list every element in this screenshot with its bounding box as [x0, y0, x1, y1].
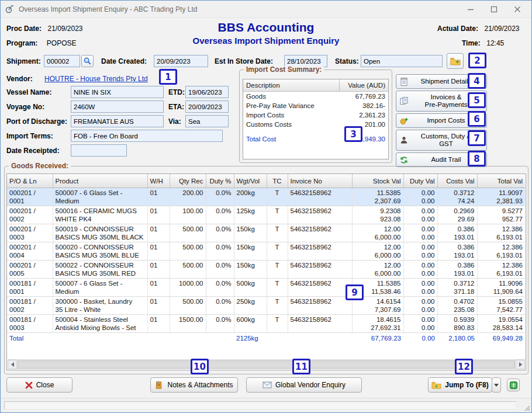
window-controls: [459, 1, 529, 18]
callout-9: 9: [346, 284, 364, 300]
actual-date: Actual Date: 21/09/2023: [437, 23, 520, 33]
shipment-field[interactable]: 000002: [44, 55, 80, 67]
browse-shipments-button[interactable]: [447, 53, 464, 69]
scroll-thumb[interactable]: [18, 360, 515, 369]
status-panel: [4, 401, 516, 409]
import-terms-field[interactable]: FOB - Free On Board: [71, 130, 223, 142]
voyage-no-field[interactable]: 2460W: [71, 100, 164, 113]
vessel-name-field[interactable]: NINE IN SIX: [71, 86, 164, 98]
cell-tc-flag: T: [267, 206, 288, 224]
resize-grip[interactable]: [523, 404, 530, 411]
empty-cell: [170, 333, 206, 344]
goods-total-row: Total 2125kg 67,769.23 0.00 2,180.05 69,…: [7, 333, 525, 344]
global-vendor-enquiry-button[interactable]: Global Vendor Enquiry: [246, 377, 362, 393]
cell-line: 7,542.77: [480, 306, 523, 314]
cell-line: 01: [150, 279, 167, 287]
dropdown-arrow-icon: [494, 384, 499, 387]
cell-product: 500007 - 6 Glass Set -Medium: [53, 279, 147, 297]
cell-line: 200kg: [237, 189, 264, 197]
cell-line: 0003: [9, 233, 50, 241]
empty-cell: [288, 333, 352, 344]
eta-field[interactable]: 20/09/2023: [185, 100, 229, 113]
cell-duty-percent: 0.0%: [206, 188, 234, 206]
goods-row[interactable]: 000201 /0001500007 - 6 Glass Set -Medium…: [7, 188, 525, 206]
goods-row[interactable]: 000201 /0004500020 - CONNOISSEURBASICS M…: [7, 242, 525, 261]
app-icon: [5, 5, 15, 14]
goods-row[interactable]: 000181 /0002300000 - Basket, Laundry35 L…: [7, 297, 525, 315]
goods-table: P/O & LnProductW/HQty RecDuty %Wgt/VolTC…: [7, 174, 525, 343]
cell-stock-val: 12.006,000.00: [352, 224, 403, 242]
notes-attachments-button[interactable]: Notes & Attachments: [150, 377, 238, 393]
scroll-right-button[interactable]: [516, 360, 525, 369]
port-of-discharge-field[interactable]: FREMANATLE AUS: [71, 115, 164, 127]
close-button[interactable]: Close: [6, 377, 72, 393]
goods-row[interactable]: 000201 /0005500022 - CONNOISSEURBASICS M…: [7, 261, 525, 279]
goods-hscrollbar[interactable]: [8, 359, 525, 369]
via-field[interactable]: Sea: [185, 115, 229, 127]
excel-export-button[interactable]: [507, 379, 520, 391]
cell-line: 500kg: [237, 279, 264, 287]
cell-line: 150kg: [237, 243, 264, 251]
scroll-left-button[interactable]: [8, 360, 17, 369]
cell-line: 371.18: [440, 287, 475, 296]
close-window-button[interactable]: [506, 1, 529, 18]
cell-line: 0.4702: [440, 297, 475, 306]
cell-duty-val: 0.000.00: [403, 261, 437, 279]
cell-line: 0.00: [406, 315, 435, 324]
goods-row[interactable]: 000201 /0002500016 - CERAMIC MUGSWHITE P…: [7, 206, 525, 224]
cost-value: 2,361.23: [336, 112, 388, 119]
cell-line: 35 Litre - White: [56, 306, 145, 314]
cell-line: 18.4615: [355, 315, 401, 324]
eta-label: ETA:: [168, 103, 184, 111]
cell-qty-received: 500.00: [170, 297, 206, 315]
cell-line: 6,000.00: [355, 233, 401, 241]
cell-warehouse: 01: [147, 206, 170, 224]
cell-weight-volume: 600kg: [234, 315, 267, 333]
cell-total-val: 19.055428,583.14: [477, 315, 525, 333]
callout-10: 10: [191, 359, 209, 374]
cell-invoice-no[interactable]: 54632158962: [288, 315, 352, 333]
callout-6: 6: [468, 111, 486, 127]
cell-product: 500020 - CONNOISSEURBASICS MUG 350ML BLU…: [53, 242, 147, 261]
date-created-field[interactable]: 20/09/2023: [154, 55, 208, 67]
date-receipted-field[interactable]: [71, 144, 127, 157]
cell-line: 0.2969: [440, 207, 475, 215]
cell-line: 0.00: [406, 306, 435, 314]
cell-line: 0.00: [406, 269, 435, 277]
port-of-discharge-label: Port of Discharge:: [6, 117, 67, 126]
goods-row[interactable]: 000181 /0003500004 - Stainless SteelAnti…: [7, 315, 525, 333]
goods-row[interactable]: 000181 /0001500007 - 6 Glass Set -Medium…: [7, 279, 525, 297]
cost-description: Pre-Pay Rate Variance: [243, 102, 336, 109]
cell-warehouse: 01: [147, 188, 170, 206]
cell-invoice-no[interactable]: 54632158962: [288, 261, 352, 279]
cell-line: BASICS MUG 350ML BLUE: [56, 251, 145, 259]
cell-po-ln: 000181 /0003: [7, 315, 53, 333]
cell-weight-volume: 150kg: [234, 224, 267, 242]
cell-line: 9.5277: [480, 207, 523, 215]
excel-export-icon: [509, 381, 518, 390]
status-field[interactable]: Open: [361, 55, 443, 67]
jump-to-button[interactable]: Jump To (F8): [428, 377, 492, 393]
cell-line: 54632158962: [291, 207, 350, 215]
cell-line: T: [270, 225, 285, 233]
cell-duty-val: 0.000.00: [403, 224, 437, 242]
cell-invoice-no[interactable]: 54632158962: [288, 242, 352, 261]
cell-invoice-no[interactable]: 54632158962: [288, 224, 352, 242]
minimize-button[interactable]: [459, 1, 482, 18]
jump-to-dropdown-button[interactable]: [492, 377, 501, 393]
goods-row[interactable]: 000201 /0003500019 - CONNOISSEURBASICS M…: [7, 224, 525, 242]
shipment-search-button[interactable]: [81, 55, 94, 67]
invoices-icon: [399, 96, 409, 106]
cell-invoice-no[interactable]: 54632158962: [288, 188, 352, 206]
cell-line: 0.3712: [440, 189, 475, 197]
etd-field[interactable]: 19/06/2023: [185, 86, 229, 98]
cell-invoice-no[interactable]: 54632158962: [288, 279, 352, 297]
status-label: Status:: [335, 57, 359, 65]
date-created-label: Date Created:: [101, 57, 147, 65]
vendor-link[interactable]: HOUTRE - House Trends Pty Ltd: [44, 75, 148, 83]
cell-invoice-no[interactable]: 54632158962: [288, 297, 352, 315]
cell-invoice-no[interactable]: 54632158962: [288, 206, 352, 224]
maximize-button[interactable]: [482, 1, 506, 18]
callout-7: 7: [468, 130, 486, 146]
cell-line: 54632158962: [291, 243, 350, 251]
